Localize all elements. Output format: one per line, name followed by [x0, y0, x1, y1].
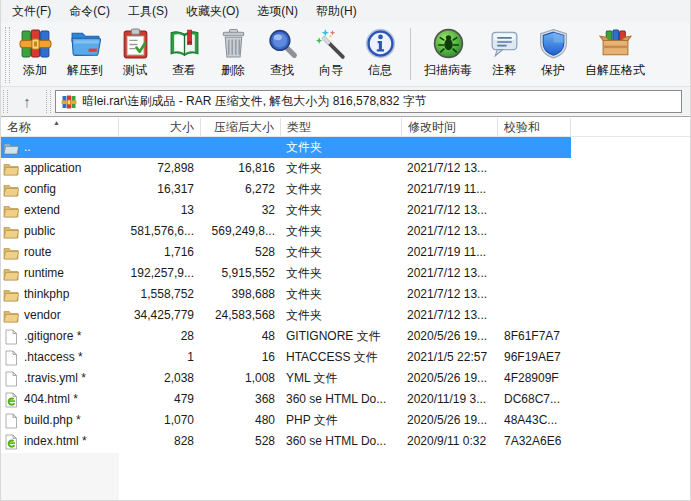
file-name-cell: build.php * — [1, 410, 119, 431]
file-packed-cell — [201, 137, 281, 158]
addressfield-gripper[interactable] — [46, 90, 51, 113]
column-header-size[interactable]: 大小 — [119, 118, 201, 136]
file-modified-cell: 2020/11/19 3... — [402, 389, 498, 410]
file-packed-cell: 16,816 — [201, 158, 281, 179]
file-modified-cell: 2020/9/11 0:32 — [402, 431, 498, 452]
toolbar-button-find[interactable]: 查找 — [259, 24, 305, 81]
menu-item-commands[interactable]: 命令(C) — [60, 0, 119, 22]
test-icon — [119, 27, 152, 60]
file-type-cell: 360 se HTML Do... — [281, 431, 402, 452]
file-packed-cell: 48 — [201, 326, 281, 347]
file-modified-cell: 2021/7/12 13... — [402, 158, 498, 179]
file-checksum-cell — [498, 200, 571, 221]
file-checksum-cell — [498, 179, 571, 200]
file-name: index.html * — [24, 431, 87, 452]
toolbar-button-extract[interactable]: 解压到 — [61, 24, 109, 81]
menu-bar: 文件(F)命令(C)工具(S)收藏夹(O)选项(N)帮助(H) — [1, 0, 690, 22]
table-row[interactable]: thinkphp1,558,752398,688文件夹2021/7/12 13.… — [1, 284, 690, 305]
menu-item-tools[interactable]: 工具(S) — [119, 0, 177, 22]
toolbar-button-add[interactable]: 添加 — [12, 24, 58, 81]
up-one-level-button[interactable]: ↑ — [10, 90, 44, 113]
table-row[interactable]: vendor34,425,77924,583,568文件夹2021/7/12 1… — [1, 305, 690, 326]
toolbar-button-protect[interactable]: 保护 — [530, 24, 576, 81]
file-checksum-cell — [498, 284, 571, 305]
table-row[interactable]: build.php *1,070480PHP 文件2020/5/26 19...… — [1, 410, 690, 431]
column-header-type[interactable]: 类型 — [281, 118, 402, 136]
toolbar-button-comment[interactable]: 注释 — [481, 24, 527, 81]
toolbar-button-label: 向导 — [319, 62, 343, 79]
column-header-name[interactable]: 名称▲ — [1, 118, 119, 136]
menu-item-options[interactable]: 选项(N) — [248, 0, 307, 22]
table-row[interactable]: public581,576,6...569,249,8...文件夹2021/7/… — [1, 221, 690, 242]
file-checksum-cell — [498, 137, 571, 158]
menu-item-help[interactable]: 帮助(H) — [307, 0, 366, 22]
table-row[interactable]: application72,89816,816文件夹2021/7/12 13..… — [1, 158, 690, 179]
address-bar: ↑ 暗lei.rar\连刷成品 - RAR 压缩文件, 解包大小为 816,57… — [1, 87, 690, 116]
file-modified-cell: 2021/7/12 13... — [402, 284, 498, 305]
toolbar-button-test[interactable]: 测试 — [112, 24, 158, 81]
table-row[interactable]: runtime192,257,9...5,915,552文件夹2021/7/12… — [1, 263, 690, 284]
table-row[interactable]: index.html *828528360 se HTML Do...2020/… — [1, 431, 690, 452]
file-packed-cell: 569,249,8... — [201, 221, 281, 242]
toolbar-button-sfx[interactable]: 自解压格式 — [579, 24, 651, 81]
file-packed-cell: 24,583,568 — [201, 305, 281, 326]
file-name: public — [24, 221, 55, 242]
column-header-label: 修改时间 — [408, 120, 456, 134]
file-name: .gitignore * — [24, 326, 81, 347]
file-packed-cell: 528 — [201, 242, 281, 263]
table-row[interactable]: 404.html *479368360 se HTML Do...2020/11… — [1, 389, 690, 410]
sfx-icon — [599, 27, 632, 60]
toolbar-button-delete[interactable]: 删除 — [210, 24, 256, 81]
extract-icon — [69, 27, 102, 60]
winrar-window: 文件(F)命令(C)工具(S)收藏夹(O)选项(N)帮助(H) 添加解压到测试查… — [0, 0, 691, 501]
archive-path-text: 暗lei.rar\连刷成品 - RAR 压缩文件, 解包大小为 816,578,… — [82, 93, 427, 110]
toolbar-button-wizard[interactable]: 向导 — [308, 24, 354, 81]
file-type-cell: 文件夹 — [281, 305, 402, 326]
column-header-checksum[interactable]: 校验和 — [498, 118, 571, 136]
file-type-cell: GITIGNORE 文件 — [281, 326, 402, 347]
folder-icon — [3, 182, 19, 198]
file-icon — [3, 350, 19, 366]
file-size-cell: 828 — [119, 431, 201, 452]
file-size-cell: 479 — [119, 389, 201, 410]
table-row[interactable]: .htaccess *116HTACCESS 文件2021/1/5 22:579… — [1, 347, 690, 368]
folder-icon — [3, 224, 19, 240]
find-icon — [266, 27, 299, 60]
menu-item-favorites[interactable]: 收藏夹(O) — [177, 0, 248, 22]
table-row[interactable]: .gitignore *2848GITIGNORE 文件2020/5/26 19… — [1, 326, 690, 347]
file-type-cell: 文件夹 — [281, 137, 402, 158]
file-name: route — [24, 242, 51, 263]
file-checksum-cell: 96F19AE7 — [498, 347, 571, 368]
table-row[interactable]: ..文件夹 — [1, 137, 690, 158]
file-checksum-cell — [498, 305, 571, 326]
toolbar-button-label: 删除 — [221, 62, 245, 79]
file-type-cell: 文件夹 — [281, 158, 402, 179]
column-header-label: 压缩后大小 — [214, 120, 274, 134]
toolbar-button-scan[interactable]: 扫描病毒 — [418, 24, 478, 81]
file-size-cell: 13 — [119, 200, 201, 221]
table-row[interactable]: config16,3176,272文件夹2021/7/19 11... — [1, 179, 690, 200]
table-row[interactable]: .travis.yml *2,0381,008YML 文件2020/5/26 1… — [1, 368, 690, 389]
column-header-modified[interactable]: 修改时间 — [402, 118, 498, 136]
toolbar-gripper[interactable] — [5, 27, 10, 83]
file-name: .htaccess * — [24, 347, 83, 368]
table-row[interactable]: route1,716528文件夹2021/7/19 11... — [1, 242, 690, 263]
archive-path-input[interactable]: 暗lei.rar\连刷成品 - RAR 压缩文件, 解包大小为 816,578,… — [55, 90, 682, 113]
toolbar-button-view[interactable]: 查看 — [161, 24, 207, 81]
menu-item-file[interactable]: 文件(F) — [3, 0, 60, 22]
toolbar-button-label: 查找 — [270, 62, 294, 79]
add-icon — [19, 27, 52, 60]
addressbar-gripper[interactable] — [3, 90, 8, 113]
toolbar-button-info[interactable]: 信息 — [357, 24, 403, 81]
file-size-cell — [119, 137, 201, 158]
file-type-cell: 文件夹 — [281, 221, 402, 242]
table-row[interactable]: extend1332文件夹2021/7/12 13... — [1, 200, 690, 221]
file-size-cell: 34,425,779 — [119, 305, 201, 326]
file-checksum-cell: 4F28909F — [498, 368, 571, 389]
file-name-cell: .gitignore * — [1, 326, 119, 347]
file-list: 名称▲大小压缩后大小类型修改时间校验和 ..文件夹application72,8… — [1, 118, 690, 500]
column-header-packed[interactable]: 压缩后大小 — [201, 118, 281, 136]
file-type-cell: 文件夹 — [281, 179, 402, 200]
file-icon — [3, 371, 19, 387]
file-modified-cell: 2021/1/5 22:57 — [402, 347, 498, 368]
